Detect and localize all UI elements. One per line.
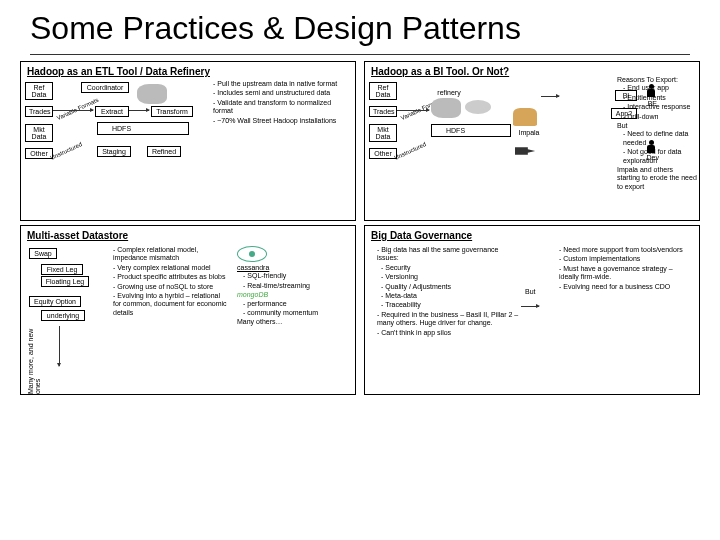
box-equity-option: Equity Option [29,296,81,307]
box-mkt-data-2: Mkt Data [369,124,397,142]
cloud-icon [465,100,491,114]
box-hdfs-2: HDFS [431,124,511,137]
box-other: Other [25,148,53,159]
box-extract: Extract [95,106,129,117]
box-ref-data-2: Ref Data [369,82,397,100]
arrow [129,110,149,111]
label-but: But [525,288,549,296]
q4-right: Need more support from tools/vendors Cus… [553,246,693,338]
q3-title: Multi-asset Datastore [27,230,349,241]
q2-side: Reasons To Export: End user app Entitlem… [617,76,697,191]
box-underlying: underlying [41,310,85,321]
arrow [53,110,93,111]
box-ref-data: Ref Data [25,82,53,100]
label-impala: Impala [515,128,543,137]
box-hdfs: HDFS [97,122,189,135]
q4-title: Big Data Governance [371,230,693,241]
label-refinery: refinery [431,88,467,97]
q3-mid-bullets: Complex relational model, impedance mism… [107,246,227,317]
box-coordinator: Coordinator [81,82,129,93]
q3-db-col: cassandra SQL-friendly Real-time/streami… [237,246,347,327]
box-mkt-data: Mkt Data [25,124,53,142]
box-trades: Trades [25,106,53,117]
label-unstructured: Unstructured [49,141,83,161]
arrow-down [59,326,60,366]
q1-title: Hadoop as an ETL Tool / Data Refinery [27,66,349,77]
arrow [397,110,429,111]
label-many-more: Many more, and new ones [27,326,41,394]
box-other-2: Other [369,148,397,159]
slide-title: Some Practices & Design Patterns [0,0,720,53]
cassandra-icon [237,246,267,262]
box-swap: Swap [29,248,57,259]
label-many-others: Many others… [237,318,347,326]
impala-icon [513,108,537,126]
q1-bullets: Pull the upstream data in native format … [207,80,347,125]
box-staging: Staging [97,146,131,157]
quadrant-governance: Big Data Governance Big data has all the… [364,225,700,395]
rhino-icon-2 [431,98,461,118]
box-floating-leg: Floating Leg [41,276,89,287]
quadrant-etl: Hadoop as an ETL Tool / Data Refinery Re… [20,61,356,221]
drill-icon [515,144,537,158]
quadrant-bi: Hadoop as a BI Tool. Or Not? Ref Data Tr… [364,61,700,221]
quadrant-multiasset: Multi-asset Datastore Swap Fixed Leg Flo… [20,225,356,395]
label-cassandra: cassandra [237,264,347,272]
box-transform: Transform [151,106,193,117]
rhino-icon [137,84,167,104]
arrow [541,96,559,97]
label-unstructured-2: Unstructured [393,141,427,161]
box-fixed-leg: Fixed Leg [41,264,83,275]
box-refined: Refined [147,146,181,157]
label-mongo: mongoDB [237,291,347,299]
box-trades-2: Trades [369,106,397,117]
arrow [521,306,539,307]
q4-left: Big data has all the same governance iss… [371,246,521,338]
